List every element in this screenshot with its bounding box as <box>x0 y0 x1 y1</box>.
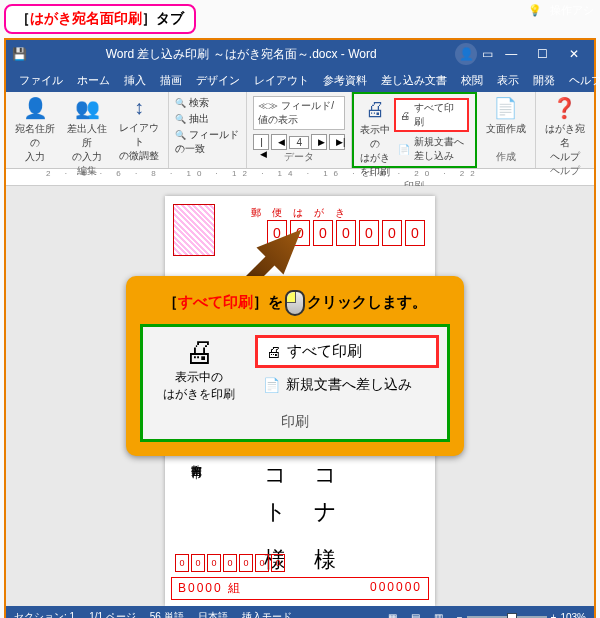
mouse-icon <box>285 290 305 316</box>
callout-tab-label: ［はがき宛名面印刷］タブ <box>4 4 196 34</box>
popup-merge-button[interactable]: 📄 新規文書へ差し込み <box>255 374 439 396</box>
sender-postcode: 0 0 0 0 0 0 0 <box>175 554 285 572</box>
status-page[interactable]: 1/1 ページ <box>89 610 136 618</box>
status-mode[interactable]: 挿入モード <box>242 610 292 618</box>
ribbon-group-search: 検索 抽出 フィールドの一致 <box>169 92 247 168</box>
print-all-button[interactable]: 🖨すべて印刷 <box>394 98 469 132</box>
zoom-in-icon[interactable]: + <box>551 612 557 619</box>
sender-address: 教室 四日市 <box>189 456 204 459</box>
group-label-data: データ <box>284 150 314 164</box>
popup-group-label: 印刷 <box>151 413 439 431</box>
first-record-button[interactable]: |◀ <box>253 134 269 150</box>
tab-review[interactable]: 校閲 <box>454 69 490 92</box>
window-title: Word 差し込み印刷 ～はがき宛名面～.docx - Word <box>27 46 455 63</box>
popup-print-group: 🖨 表示中の はがきを印刷 🖨 すべて印刷 📄 新規文書へ差し込み <box>140 324 450 442</box>
lottery-strip: B0000 組 000000 <box>171 577 429 600</box>
layout-adjust-button[interactable]: ↕レイアウト の微調整 <box>116 96 162 164</box>
hagaki-help-button[interactable]: ❓はがき宛名 ヘルプ <box>542 96 588 164</box>
create-face-button[interactable]: 📄文面作成 <box>483 96 529 136</box>
maximize-button[interactable]: ☐ <box>529 47 557 61</box>
tab-view[interactable]: 表示 <box>490 69 526 92</box>
ribbon-tabs: ファイル ホーム 挿入 描画 デザイン レイアウト 参考資料 差し込み文書 校閲… <box>6 68 594 92</box>
tab-home[interactable]: ホーム <box>70 69 117 92</box>
sender-icon: 👥 <box>75 96 100 120</box>
printer-icon: 🖨 <box>365 98 385 121</box>
view-read-icon[interactable]: ▤ <box>411 612 420 619</box>
help-icon: ❓ <box>552 96 577 120</box>
recipient-address-button[interactable]: 👤宛名住所の 入力 <box>12 96 58 164</box>
print-current-button[interactable]: 🖨表示中の はがきを印刷 <box>360 98 390 179</box>
group-label-edit: 編集 <box>77 164 97 178</box>
tab-references[interactable]: 参考資料 <box>316 69 374 92</box>
match-fields-button[interactable]: フィールドの一致 <box>175 128 240 156</box>
ribbon-options-icon[interactable]: ▭ <box>477 47 497 61</box>
search-button[interactable]: 検索 <box>175 96 240 110</box>
ribbon: 👤宛名住所の 入力 👥差出人住所 の入力 ↕レイアウト の微調整 編集 検索 抽… <box>6 92 594 169</box>
ribbon-group-print: 🖨表示中の はがきを印刷 🖨すべて印刷 📄新規文書へ差し込み 印刷 <box>352 92 477 168</box>
toggle-field-button[interactable]: ≪≫ フィールド/値の表示 <box>253 96 345 130</box>
address-icon: 👤 <box>23 96 48 120</box>
zoom-value[interactable]: 103% <box>560 612 586 619</box>
titlebar: 💾 Word 差し込み印刷 ～はがき宛名面～.docx - Word 👤 ▭ —… <box>6 40 594 68</box>
ribbon-group-create: 📄文面作成 作成 <box>477 92 536 168</box>
next-record-button[interactable]: ▶ <box>311 134 327 150</box>
stamp-area <box>173 204 215 256</box>
window-controls: — ☐ ✕ <box>497 47 588 61</box>
record-nav: |◀ ◀ 4 ▶ ▶| <box>253 134 345 150</box>
recipient-names: コト 様 コナ 様 <box>175 456 425 536</box>
print-all-icon: 🖨 <box>400 110 410 121</box>
recipient-name-1: コナ 様 <box>310 456 340 536</box>
tab-help[interactable]: ヘルプ <box>562 69 600 92</box>
popup-print-all-button[interactable]: 🖨 すべて印刷 <box>255 335 439 368</box>
account-avatar[interactable]: 👤 <box>455 43 477 65</box>
status-lang[interactable]: 日本語 <box>198 610 228 618</box>
minimize-button[interactable]: — <box>497 47 525 61</box>
last-record-button[interactable]: ▶| <box>329 134 345 150</box>
view-print-layout-icon[interactable]: ▦ <box>388 612 397 619</box>
printer-icon: 🖨 <box>184 335 214 369</box>
merge-icon: 📄 <box>398 144 410 155</box>
instruction-text: ［すべて印刷］をクリックします。 <box>140 290 450 316</box>
merge-icon: 📄 <box>263 377 280 393</box>
close-button[interactable]: ✕ <box>560 47 588 61</box>
ribbon-group-data: ≪≫ フィールド/値の表示 |◀ ◀ 4 ▶ ▶| データ <box>247 92 352 168</box>
tab-design[interactable]: デザイン <box>189 69 247 92</box>
recipient-name-2: コト 様 <box>260 456 290 536</box>
tab-mailings[interactable]: 差し込み文書 <box>374 69 454 92</box>
doc-icon: 📄 <box>493 96 518 120</box>
ribbon-group-help: ❓はがき宛名 ヘルプ ヘルプ <box>536 92 594 168</box>
popup-print-current-button[interactable]: 🖨 表示中の はがきを印刷 <box>151 335 247 403</box>
layout-icon: ↕ <box>134 96 144 119</box>
extract-button[interactable]: 抽出 <box>175 112 240 126</box>
prev-record-button[interactable]: ◀ <box>271 134 287 150</box>
sender-address-button[interactable]: 👥差出人住所 の入力 <box>64 96 110 164</box>
record-number[interactable]: 4 <box>289 136 309 149</box>
tab-draw[interactable]: 描画 <box>153 69 189 92</box>
zoom-slider[interactable]: − + 103% <box>457 612 586 619</box>
instruction-popup: ［すべて印刷］をクリックします。 🖨 表示中の はがきを印刷 🖨 すべて印刷 <box>126 276 464 456</box>
status-bar: セクション: 1 1/1 ページ 56 単語 日本語 挿入モード ▦ ▤ ▥ −… <box>6 606 594 618</box>
print-all-icon: 🖨 <box>266 343 281 360</box>
ribbon-group-edit: 👤宛名住所の 入力 👥差出人住所 の入力 ↕レイアウト の微調整 編集 <box>6 92 169 168</box>
save-icon[interactable]: 💾 <box>12 47 27 61</box>
tab-file[interactable]: ファイル <box>12 69 70 92</box>
group-label-create: 作成 <box>496 150 516 164</box>
zoom-out-icon[interactable]: − <box>457 612 463 619</box>
document-canvas[interactable]: 郵 便 は が き 0 0 0 0 0 0 0 コト 様 コナ 様 教室 四日市… <box>6 186 594 606</box>
tab-insert[interactable]: 挿入 <box>117 69 153 92</box>
group-label-help: ヘルプ <box>550 164 580 178</box>
status-words[interactable]: 56 単語 <box>150 610 184 618</box>
tab-layout[interactable]: レイアウト <box>247 69 316 92</box>
word-window: 💾 Word 差し込み印刷 ～はがき宛名面～.docx - Word 👤 ▭ —… <box>4 38 596 618</box>
status-section[interactable]: セクション: 1 <box>14 610 75 618</box>
merge-new-doc-button[interactable]: 📄新規文書へ差し込み <box>394 134 469 164</box>
tab-developer[interactable]: 開発 <box>526 69 562 92</box>
tell-me[interactable]: 💡 操作アシ <box>528 3 594 18</box>
view-web-icon[interactable]: ▥ <box>434 612 443 619</box>
